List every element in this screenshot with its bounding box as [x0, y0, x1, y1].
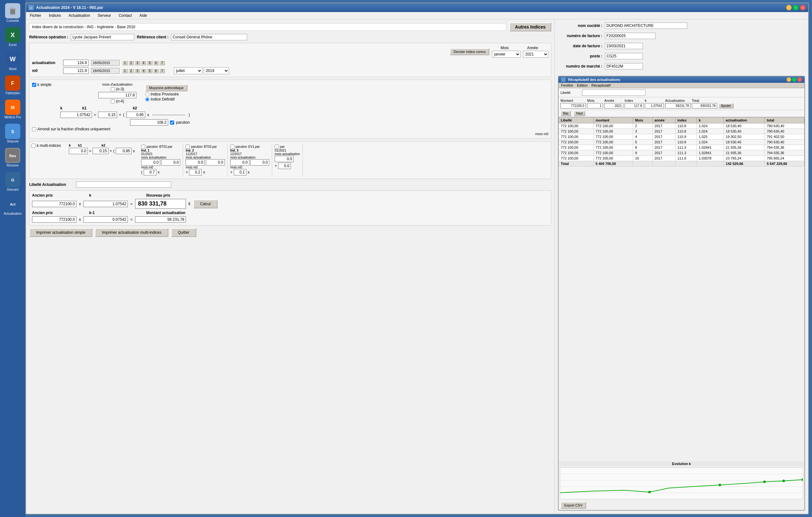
- ind4-parution-check[interactable]: [275, 145, 279, 149]
- ind4-val1[interactable]: [275, 156, 294, 162]
- sidebar-item-excel[interactable]: X Excel: [2, 26, 24, 48]
- export-csv-button[interactable]: Export CSV: [560, 502, 586, 509]
- libelle-input[interactable]: [76, 181, 171, 188]
- recap-libelle-input[interactable]: [582, 89, 645, 96]
- annee-actualisation-select[interactable]: 202120202019: [523, 51, 548, 58]
- ind3-parution-check[interactable]: [230, 145, 234, 149]
- k-multi-value[interactable]: [69, 148, 88, 154]
- k2-value-input[interactable]: [126, 112, 145, 118]
- sidebar-item-word[interactable]: W Word: [2, 50, 24, 72]
- indice-definitif-radio[interactable]: [145, 97, 149, 102]
- recap-close[interactable]: [798, 77, 802, 82]
- ind1-k[interactable]: [144, 169, 156, 175]
- operation-input[interactable]: [71, 34, 134, 40]
- menu-indices[interactable]: Indices: [48, 13, 62, 19]
- sidebar-item-revision[interactable]: Rev Révision: [2, 146, 24, 169]
- actu-step-1[interactable]: 1: [122, 61, 128, 65]
- k-simple-checkbox[interactable]: [32, 83, 36, 87]
- maximize-button[interactable]: ○: [793, 5, 799, 10]
- recap-menu-fenetre[interactable]: Fenêtre: [561, 83, 573, 87]
- k2-multi-value[interactable]: [116, 148, 132, 154]
- k2-val2-input[interactable]: [130, 119, 168, 125]
- ind2-parution-check[interactable]: [185, 145, 190, 149]
- ind3-mult[interactable]: [234, 169, 246, 175]
- haut-button[interactable]: Haut: [574, 111, 585, 116]
- ind3-val2[interactable]: [250, 159, 269, 166]
- menu-aide[interactable]: Aide: [138, 13, 148, 19]
- actu-step-2[interactable]: 2: [128, 61, 134, 65]
- date-facture-input[interactable]: [605, 43, 643, 49]
- n4-checkbox[interactable]: [111, 99, 115, 104]
- m0-mois-select[interactable]: juilletjanvier: [174, 67, 202, 74]
- entry-annee[interactable]: [604, 103, 623, 109]
- m0-step-3[interactable]: 3: [135, 68, 140, 73]
- k-calcul-input[interactable]: [83, 201, 128, 207]
- k-multi-checkbox[interactable]: [31, 144, 35, 148]
- menu-contact[interactable]: Contact: [117, 13, 133, 19]
- k-value-input[interactable]: [60, 112, 92, 118]
- ancien-prix-input[interactable]: [32, 201, 77, 207]
- actu-step-7[interactable]: 7: [159, 61, 165, 65]
- nom-societe-input[interactable]: [605, 23, 687, 29]
- sidebar-item-faberplan[interactable]: F Faberplan: [2, 74, 24, 96]
- m0-step-4[interactable]: 4: [141, 68, 147, 73]
- close-button[interactable]: ×: [800, 5, 806, 10]
- sidebar-item-gescant[interactable]: G Gescant: [2, 170, 24, 193]
- m0-annee-select[interactable]: 20192020: [204, 67, 229, 74]
- m0-value-input[interactable]: [63, 67, 88, 74]
- num-marche-input[interactable]: [605, 63, 643, 69]
- sidebar-item-actualisation[interactable]: Act Actualisation: [2, 195, 24, 217]
- autres-indices-button[interactable]: Autres Indices: [510, 23, 551, 31]
- n3-checkbox[interactable]: [111, 87, 115, 91]
- recap-maximize[interactable]: [792, 77, 796, 82]
- m0-step-7[interactable]: 7: [159, 68, 165, 73]
- actu-step-5[interactable]: 5: [147, 61, 152, 65]
- sidebar-item-sequoia[interactable]: S Séquoia: [2, 122, 24, 145]
- k2-val1-input[interactable]: [98, 92, 136, 98]
- client-input[interactable]: [171, 34, 247, 40]
- imprimer-simple-button[interactable]: Imprimer actualisation simple: [29, 228, 92, 237]
- menu-fichier[interactable]: Fichier: [29, 13, 42, 19]
- recap-menu-edition[interactable]: Edition: [577, 83, 588, 87]
- menu-serveur[interactable]: Serveur: [96, 13, 112, 19]
- k1-multi-value[interactable]: [93, 148, 109, 154]
- entry-mois[interactable]: [587, 103, 603, 109]
- minimize-button[interactable]: −: [786, 5, 792, 10]
- recap-menu-recapitulatif[interactable]: Récapitulatif: [591, 83, 611, 87]
- ind4-mult[interactable]: [278, 163, 291, 169]
- entry-k[interactable]: [645, 103, 664, 109]
- ancien-prix2-input[interactable]: [32, 216, 77, 223]
- dernier-indice-button[interactable]: Dernier indice connu: [450, 48, 489, 55]
- k1-calcul-input[interactable]: [83, 216, 128, 223]
- m0-step-2[interactable]: 2: [128, 68, 134, 73]
- calcul-button[interactable]: Calcul: [193, 200, 218, 208]
- ind3-val1[interactable]: [230, 159, 249, 166]
- entry-montant[interactable]: [560, 103, 586, 109]
- ind1-val1[interactable]: [141, 159, 160, 166]
- ind1-parution-check[interactable]: [141, 145, 145, 149]
- ind2-val2[interactable]: [206, 159, 225, 166]
- poste-input[interactable]: [605, 53, 643, 59]
- actu-step-6[interactable]: 6: [153, 61, 159, 65]
- sidebar-item-corbeille[interactable]: Corbeille: [2, 2, 24, 24]
- entry-index[interactable]: [625, 103, 644, 109]
- ind2-val1[interactable]: [185, 159, 205, 166]
- quitter-button[interactable]: Quitter: [171, 228, 196, 237]
- bas-button[interactable]: Bas: [560, 111, 571, 116]
- num-facture-input[interactable]: [605, 33, 656, 39]
- m0-step-1[interactable]: 1: [122, 68, 128, 73]
- menu-actualisation[interactable]: Actualisation: [67, 13, 91, 19]
- ajouter-button[interactable]: Ajouter: [719, 103, 734, 109]
- actu-value-input[interactable]: [63, 60, 88, 66]
- m0-step-6[interactable]: 6: [153, 68, 159, 73]
- mois-actualisation-select[interactable]: janvierfévriermars: [492, 51, 521, 58]
- imprimer-multi-button[interactable]: Imprimer actualisation multi-indices: [95, 228, 168, 237]
- ind1-val2[interactable]: [161, 159, 180, 166]
- actu-step-3[interactable]: 3: [135, 61, 140, 65]
- arrondi-checkbox[interactable]: [32, 127, 36, 131]
- recap-minimize[interactable]: [787, 77, 791, 82]
- sidebar-item-medicis[interactable]: M Médicis Pro: [2, 98, 24, 120]
- moyenne-arithmetique-button[interactable]: Moyenne arithmétique: [145, 84, 187, 91]
- ind2-mult[interactable]: [189, 169, 202, 175]
- parution-checkbox[interactable]: [170, 120, 174, 125]
